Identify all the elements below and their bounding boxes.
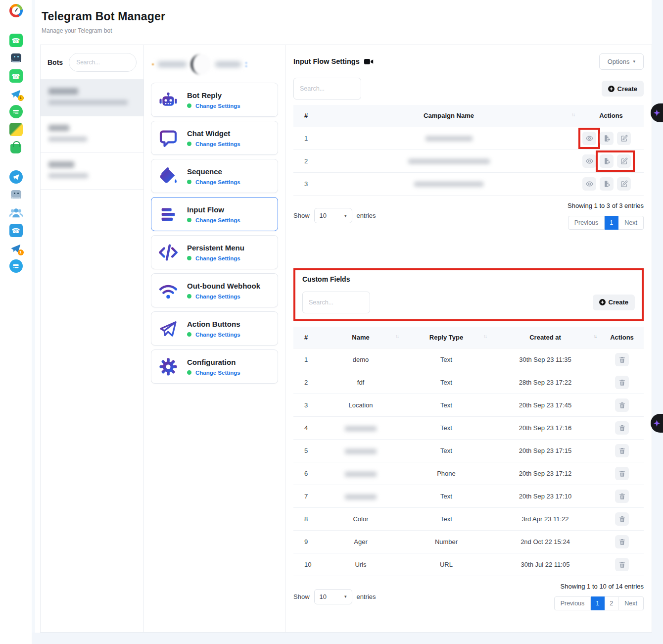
bots-search-input[interactable]: [69, 53, 137, 72]
blue-contacts-icon[interactable]: ☎: [9, 224, 23, 237]
sort-icon[interactable]: ↑↓: [483, 334, 486, 339]
page-button-1[interactable]: 1: [591, 596, 605, 610]
campaign-search-input[interactable]: [293, 78, 361, 99]
delete-button[interactable]: [615, 490, 629, 503]
row-index: 1: [293, 127, 319, 149]
created-at: 2nd Oct 22 15:24: [490, 531, 600, 553]
chatbot-icon[interactable]: [9, 51, 23, 65]
next-page-button[interactable]: Next: [618, 596, 644, 610]
people-group-icon[interactable]: [9, 206, 23, 219]
telegram-bot-manager-window: Telegram Bot Manager Manage your Telegra…: [32, 0, 652, 633]
settings-card-input-flow[interactable]: Input FlowChange Settings: [151, 197, 278, 231]
green-chat-icon[interactable]: [9, 105, 23, 118]
edit-button[interactable]: [617, 154, 631, 168]
field-name: [319, 462, 402, 485]
blue-chat-icon[interactable]: [9, 259, 23, 273]
green-contacts-icon[interactable]: ☎: [9, 69, 23, 83]
action-buttons-icon: [158, 319, 178, 339]
previous-page-button[interactable]: Previous: [568, 216, 605, 230]
reply-type: URL: [402, 553, 490, 576]
create-custom-field-button[interactable]: Create: [593, 295, 635, 310]
delete-button[interactable]: [615, 376, 629, 389]
change-settings-link[interactable]: Change Settings: [195, 370, 240, 376]
settings-card-action-buttons[interactable]: Action ButtonsChange Settings: [151, 311, 278, 346]
page-button-2[interactable]: 2: [605, 596, 618, 610]
paper-plane-badge-icon[interactable]: 1: [9, 242, 23, 255]
row-index: 7: [293, 485, 319, 508]
edit-button[interactable]: [617, 177, 631, 191]
coin-badge: 1: [18, 95, 24, 101]
chevron-down-icon: ▾: [344, 594, 347, 599]
telegram-icon[interactable]: [9, 170, 23, 184]
redacted-bot-name: [158, 61, 187, 67]
red-annotation-box: [582, 132, 596, 145]
next-page-button[interactable]: Next: [618, 216, 644, 230]
view-button[interactable]: [582, 154, 596, 168]
change-settings-link[interactable]: Change Settings: [195, 141, 240, 147]
change-settings-link[interactable]: Change Settings: [195, 294, 240, 299]
custom-fields-search-input[interactable]: [302, 292, 370, 313]
delete-button[interactable]: [615, 353, 629, 366]
export-button[interactable]: [600, 154, 614, 168]
view-button[interactable]: [582, 132, 596, 145]
bot-list-item[interactable]: [41, 153, 143, 190]
shopping-bag-icon[interactable]: [10, 144, 21, 153]
redacted-bot-name: [48, 88, 78, 95]
persistent-menu-icon: [158, 243, 178, 262]
delete-button[interactable]: [615, 467, 629, 480]
delete-button[interactable]: [615, 421, 629, 435]
settings-card-configuration[interactable]: ConfigurationChange Settings: [151, 349, 278, 384]
whatsapp-icon[interactable]: ☎: [9, 34, 23, 47]
custom-field-row: 7Text20th Sep 23 17:10: [293, 485, 644, 508]
options-button[interactable]: Options▾: [599, 53, 644, 70]
sort-icon[interactable]: ↑↓: [395, 334, 398, 339]
showing-entries-text: Showing 1 to 10 of 14 entries: [554, 583, 644, 590]
edit-button[interactable]: [617, 132, 631, 145]
created-at: 20th Sep 23 17:16: [490, 417, 600, 440]
delete-button[interactable]: [615, 444, 629, 457]
create-campaign-button[interactable]: Create: [602, 81, 644, 97]
reply-type: Number: [402, 531, 490, 553]
page-button-1[interactable]: 1: [605, 216, 618, 230]
change-settings-link[interactable]: Change Settings: [195, 179, 240, 185]
bot-list-item[interactable]: [41, 80, 143, 116]
previous-page-button[interactable]: Previous: [554, 596, 591, 610]
created-at: 20th Sep 23 17:15: [490, 440, 600, 462]
change-settings-link[interactable]: Change Settings: [195, 103, 240, 109]
campaign-row: 2: [293, 149, 644, 172]
delete-button[interactable]: [615, 398, 629, 412]
chevron-down-icon: ▾: [344, 213, 347, 218]
delete-button[interactable]: [615, 535, 629, 548]
settings-card-sequence[interactable]: SequenceChange Settings: [151, 159, 278, 193]
settings-card-bot-reply[interactable]: Bot ReplyChange Settings: [151, 83, 278, 117]
sort-icon-descending[interactable]: ↑↓: [593, 334, 596, 339]
page-size-select[interactable]: 10▾: [314, 589, 352, 604]
video-camera-icon[interactable]: [364, 58, 374, 65]
speedtest-logo-icon[interactable]: [9, 4, 23, 17]
card-title: Configuration: [187, 358, 240, 366]
delete-button[interactable]: [615, 512, 629, 526]
paper-plane-coin-icon[interactable]: 1: [9, 87, 23, 100]
bot-reply-icon: [158, 90, 178, 110]
delete-button[interactable]: [615, 558, 629, 571]
settings-card-chat-widget[interactable]: Chat WidgetChange Settings: [151, 121, 278, 155]
row-index: 4: [293, 417, 319, 440]
export-button[interactable]: [600, 177, 614, 191]
change-settings-link[interactable]: Change Settings: [195, 255, 240, 261]
card-title: Sequence: [187, 167, 240, 176]
sort-icon[interactable]: ↑↓: [571, 112, 574, 117]
row-index: 3: [293, 172, 319, 195]
change-settings-link[interactable]: Change Settings: [195, 217, 240, 223]
redacted-bot-name: [48, 161, 74, 168]
page-size-select[interactable]: 10▾: [314, 208, 352, 223]
view-button[interactable]: [582, 177, 596, 191]
settings-card-persistent-menu[interactable]: Persistent MenuChange Settings: [151, 235, 278, 269]
reply-type: Text: [402, 394, 490, 417]
bot-list-item[interactable]: [41, 116, 143, 153]
partnership-icon[interactable]: [9, 123, 23, 136]
redacted-bot-name: [48, 125, 69, 131]
change-settings-link[interactable]: Change Settings: [195, 332, 240, 338]
export-button[interactable]: [600, 132, 614, 145]
gray-chatbot-icon[interactable]: [9, 188, 23, 201]
settings-card-out-bound-webhook[interactable]: Out-bound WebhookChange Settings: [151, 273, 278, 307]
